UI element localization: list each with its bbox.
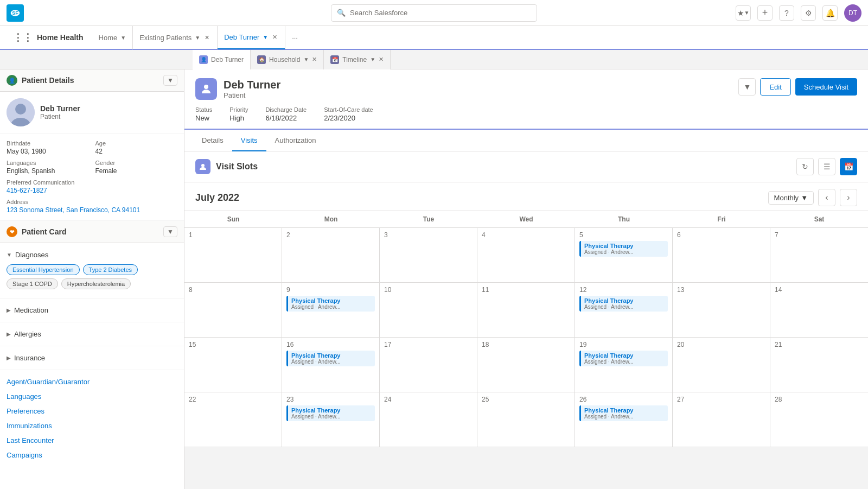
cal-event-2-1-0[interactable]: Physical TherapyAssigned · Andrew... <box>286 351 375 366</box>
cal-cell-2-5[interactable]: 20 <box>673 338 770 392</box>
cal-cell-3-4[interactable]: 26Physical TherapyAssigned · Andrew... <box>575 392 673 447</box>
tag-hypercholesterolemia[interactable]: Hypercholesterolemia <box>61 278 131 289</box>
cal-cell-0-1[interactable]: 2 <box>282 228 380 282</box>
sub-tab-deb-turner[interactable]: 👤 Deb Turner <box>193 50 251 69</box>
cal-cell-3-3[interactable]: 25 <box>477 392 575 447</box>
cal-cell-0-3[interactable]: 4 <box>477 228 575 282</box>
medication-toggle[interactable]: ▶ Medication <box>7 303 177 317</box>
search-bar[interactable]: 🔍 Search Salesforce <box>331 4 537 22</box>
cal-event-0-4-0[interactable]: Physical TherapyAssigned · Andrew... <box>579 241 668 257</box>
add-button[interactable]: + <box>757 5 773 21</box>
cal-cell-0-0[interactable]: 1 <box>184 228 282 282</box>
cal-cell-1-5[interactable]: 13 <box>673 283 770 337</box>
patient-details-dropdown[interactable]: ▼ <box>163 75 177 86</box>
nav-link-preferences[interactable]: Preferences <box>7 404 177 418</box>
cal-cell-3-5[interactable]: 27 <box>673 392 770 447</box>
help-button[interactable]: ? <box>779 5 794 21</box>
start-care-label: Start-Of-Care date <box>324 106 373 113</box>
cal-event-3-4-0[interactable]: Physical TherapyAssigned · Andrew... <box>579 405 668 421</box>
cal-cell-1-6[interactable]: 14 <box>770 283 868 337</box>
user-avatar[interactable]: DT <box>844 4 861 22</box>
tag-essential-hypertension[interactable]: Essential Hypertension <box>7 264 80 275</box>
preferred-comm-value[interactable]: 415-627-1827 <box>7 187 177 194</box>
cal-cell-2-0[interactable]: 15 <box>184 338 282 392</box>
cal-cell-3-6[interactable]: 28 <box>770 392 868 447</box>
prev-month-button[interactable]: ‹ <box>818 189 835 206</box>
close-household-tab[interactable]: ✕ <box>312 56 317 63</box>
cal-cell-1-0[interactable]: 8 <box>184 283 282 337</box>
more-tabs-button[interactable]: ··· <box>285 34 304 42</box>
tab-visits[interactable]: Visits <box>232 130 266 151</box>
cal-date-1-4: 12 <box>579 286 668 294</box>
insurance-toggle[interactable]: ▶ Insurance <box>7 351 177 365</box>
tab-existing-patients[interactable]: Existing Patients ▼ ✕ <box>133 26 218 49</box>
edit-button[interactable]: Edit <box>760 78 790 96</box>
tag-type2-diabetes[interactable]: Type 2 Diabetes <box>83 264 138 275</box>
cal-event-1-4-0[interactable]: Physical TherapyAssigned · Andrew... <box>579 296 668 312</box>
nav-link-last-encounter[interactable]: Last Encounter <box>7 433 177 448</box>
sub-tab-household[interactable]: 🏠 Household ▼ ✕ <box>251 50 324 69</box>
cal-cell-1-3[interactable]: 11 <box>477 283 575 337</box>
cal-event-1-1-0[interactable]: Physical TherapyAssigned · Andrew... <box>286 296 375 312</box>
cal-cell-1-2[interactable]: 10 <box>380 283 477 337</box>
cal-cell-2-4[interactable]: 19Physical TherapyAssigned · Andrew... <box>575 338 673 392</box>
day-sun: Sun <box>184 211 282 227</box>
view-select[interactable]: Monthly ▼ <box>768 191 814 205</box>
cal-cell-3-1[interactable]: 23Physical TherapyAssigned · Andrew... <box>282 392 380 447</box>
close-existing-patients-tab[interactable]: ✕ <box>203 33 210 42</box>
cal-cell-0-4[interactable]: 5Physical TherapyAssigned · Andrew... <box>575 228 673 282</box>
cal-cell-0-6[interactable]: 7 <box>770 228 868 282</box>
cal-cell-3-0[interactable]: 22 <box>184 392 282 447</box>
nav-link-campaigns[interactable]: Campaigns <box>7 448 177 462</box>
tab-home[interactable]: Home ▼ <box>92 26 133 49</box>
salesforce-logo[interactable]: SF <box>7 4 24 22</box>
event-sub: Assigned · Andrew... <box>584 359 665 365</box>
cal-cell-2-6[interactable]: 21 <box>770 338 868 392</box>
cal-cell-2-3[interactable]: 18 <box>477 338 575 392</box>
settings-button[interactable]: ⚙ <box>801 5 816 21</box>
tag-stage1-copd[interactable]: Stage 1 COPD <box>7 278 58 289</box>
patient-card-dropdown[interactable]: ▼ <box>163 226 177 237</box>
allergies-toggle[interactable]: ▶ Allergies <box>7 327 177 341</box>
cal-cell-2-1[interactable]: 16Physical TherapyAssigned · Andrew... <box>282 338 380 392</box>
cal-cell-1-4[interactable]: 12Physical TherapyAssigned · Andrew... <box>575 283 673 337</box>
address-value[interactable]: 123 Sonoma Street, San Francisco, CA 941… <box>7 206 177 214</box>
close-timeline-tab[interactable]: ✕ <box>379 56 384 63</box>
cal-event-3-1-0[interactable]: Physical TherapyAssigned · Andrew... <box>286 405 375 421</box>
household-icon: 🏠 <box>257 55 266 64</box>
plus-icon: + <box>762 7 768 18</box>
cal-cell-0-5[interactable]: 6 <box>673 228 770 282</box>
calendar-view-button[interactable]: 📅 <box>840 158 857 175</box>
nav-link-agent[interactable]: Agent/Guardian/Guarantor <box>7 374 177 389</box>
cal-cell-3-2[interactable]: 24 <box>380 392 477 447</box>
next-month-button[interactable]: › <box>840 189 857 206</box>
cal-cell-0-2[interactable]: 3 <box>380 228 477 282</box>
header-dropdown-button[interactable]: ▼ <box>738 78 756 96</box>
nav-link-immunizations[interactable]: Immunizations <box>7 418 177 433</box>
day-thu: Thu <box>575 211 673 227</box>
chevron-down-icon: ▼ <box>370 56 375 62</box>
cal-date-2-4: 19 <box>579 341 668 348</box>
svg-point-5 <box>204 85 208 89</box>
tab-deb-turner[interactable]: Deb Turner ▼ ✕ <box>218 26 285 49</box>
visit-slots-title: Visit Slots <box>216 162 258 172</box>
favorites-button[interactable]: ★ ▼ <box>736 5 751 21</box>
patient-details-icon: 👤 <box>7 75 17 86</box>
schedule-visit-button[interactable]: Schedule Visit <box>795 78 857 96</box>
list-view-button[interactable]: ☰ <box>818 158 835 175</box>
cal-cell-2-2[interactable]: 17 <box>380 338 477 392</box>
diagnoses-toggle[interactable]: ▼ Diagnoses <box>7 247 177 262</box>
close-deb-turner-tab[interactable]: ✕ <box>271 33 278 42</box>
cal-event-2-4-0[interactable]: Physical TherapyAssigned · Andrew... <box>579 351 668 366</box>
gender-label: Gender <box>95 160 178 166</box>
notifications-button[interactable]: 🔔 <box>822 5 838 21</box>
tab-details[interactable]: Details <box>193 130 232 151</box>
cal-cell-1-1[interactable]: 9Physical TherapyAssigned · Andrew... <box>282 283 380 337</box>
refresh-button[interactable]: ↻ <box>796 158 814 175</box>
content-tabs: Details Visits Authorization <box>184 130 868 151</box>
top-nav: SF 🔍 Search Salesforce ★ ▼ + ? ⚙ 🔔 DT <box>0 0 868 26</box>
sub-tab-timeline[interactable]: 📅 Timeline ▼ ✕ <box>324 50 391 69</box>
tab-authorization[interactable]: Authorization <box>266 130 325 151</box>
nav-link-languages[interactable]: Languages <box>7 389 177 404</box>
cal-date-2-0: 15 <box>189 341 277 348</box>
